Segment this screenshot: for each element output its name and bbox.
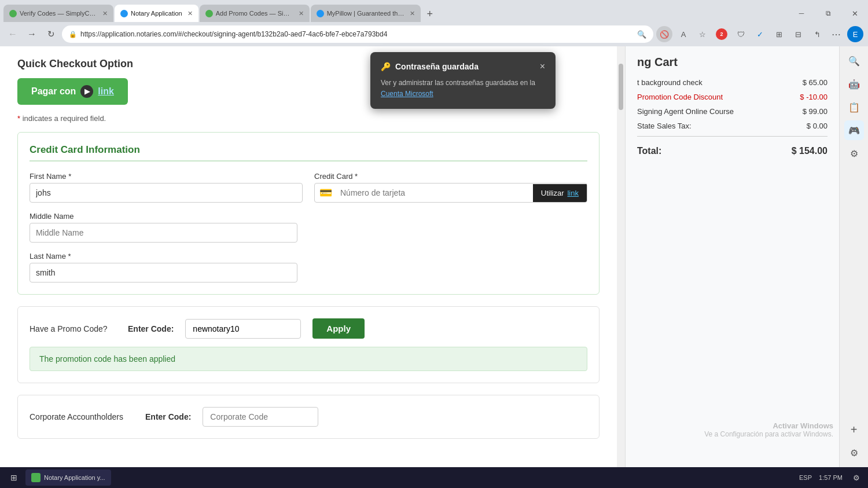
sidebar-games-icon[interactable]: 🎮 xyxy=(844,120,864,140)
tab4-favicon xyxy=(317,10,324,17)
corporate-row: Corporate Accountholders Enter Code: xyxy=(30,407,587,427)
sidebar-collections-icon[interactable]: 📋 xyxy=(844,97,864,117)
sidebar-copilot-icon[interactable]: 🤖 xyxy=(844,74,864,94)
tab4-label: MyPillow | Guaranteed the Mos... xyxy=(327,10,404,17)
asterisk: * xyxy=(17,114,20,123)
cc-section-title: Credit Card Information xyxy=(30,144,587,162)
cart-item-2: Promotion Code Discount $ -10.00 xyxy=(637,93,827,101)
more-btn[interactable]: ⋯ xyxy=(828,26,844,42)
utilizar-label: Utilizar xyxy=(541,189,564,197)
history-btn[interactable]: ↰ xyxy=(809,26,825,42)
restore-button[interactable]: ⧉ xyxy=(815,5,841,22)
middle-name-label: Middle Name xyxy=(30,212,587,221)
middle-name-input[interactable] xyxy=(30,223,297,243)
cart-items: t background check $ 65.00 Promotion Cod… xyxy=(637,78,827,130)
new-tab-button[interactable]: + xyxy=(422,6,438,22)
split-btn[interactable]: 🚫 xyxy=(656,26,672,42)
sidebar-search-icon[interactable]: 🔍 xyxy=(844,51,864,71)
back-button[interactable]: ← xyxy=(5,26,21,42)
utilizar-button[interactable]: Utilizar link xyxy=(533,184,587,202)
extension-btn1[interactable]: 2 xyxy=(713,26,730,42)
cc-number-input[interactable] xyxy=(337,184,533,202)
sidebar-add-icon[interactable]: + xyxy=(844,420,864,439)
tab3-favicon xyxy=(205,10,213,17)
tab3-label: Add Promo Codes — SimplyCol... xyxy=(216,10,293,17)
tab-4[interactable]: MyPillow | Guaranteed the Mos... ✕ xyxy=(311,5,421,22)
tab2-close[interactable]: ✕ xyxy=(187,10,193,17)
credit-card-label: Credit Card * xyxy=(314,172,587,181)
address-box[interactable]: 🔒 https://application.notaries.com/#/che… xyxy=(62,25,653,43)
popup-close-btn[interactable]: × xyxy=(540,61,545,72)
sidebar-toggle-btn[interactable]: ⊟ xyxy=(790,26,806,42)
cart-item-4-amount: $ 0.00 xyxy=(807,122,827,130)
sidebar-tools-icon[interactable]: ⚙ xyxy=(844,144,864,163)
cart-total-label: Total: xyxy=(637,146,661,156)
apply-button[interactable]: Apply xyxy=(312,318,365,339)
cart-item-1-label: t background check xyxy=(637,78,703,87)
main-content-area: Quick Checkout Option Pagar con ▶ link *… xyxy=(0,46,868,467)
taskbar-app-icon xyxy=(31,473,41,482)
shield-btn[interactable]: 🛡 xyxy=(733,26,749,42)
tab4-close[interactable]: ✕ xyxy=(410,10,415,17)
tab-bar: Verify Codes — SimplyCodes ✕ Notary Appl… xyxy=(0,0,868,22)
first-name-input[interactable] xyxy=(30,183,303,203)
edge-btn[interactable]: ✓ xyxy=(752,26,768,42)
password-popup: 🔑 Contraseña guardada × Ver y administra… xyxy=(370,52,556,109)
pagar-link-text: link xyxy=(98,86,114,97)
cart-item-2-label: Promotion Code Discount xyxy=(637,93,723,101)
tab1-label: Verify Codes — SimplyCodes xyxy=(20,10,97,17)
taskbar-right: ESP 1:57 PM ⚙ xyxy=(799,471,863,485)
browser-chrome: Verify Codes — SimplyCodes ✕ Notary Appl… xyxy=(0,0,868,46)
cart-panel: ng Cart t background check $ 65.00 Promo… xyxy=(625,46,839,467)
popup-body-text: Ver y administrar las contraseñas guarda… xyxy=(381,79,535,87)
taskbar-left: ⊞ Notary Application y... xyxy=(5,468,111,487)
cart-item-3-label: Signing Agent Online Course xyxy=(637,107,734,116)
cc-row-3: Last Name * xyxy=(30,252,587,282)
scrollbar-track[interactable] xyxy=(617,46,625,467)
sidebar-settings-icon[interactable]: ⚙ xyxy=(844,443,864,463)
taskbar-settings-icon[interactable]: ⚙ xyxy=(849,471,863,485)
read-aloud-btn[interactable]: A xyxy=(675,26,692,42)
cc-input-wrapper: 💳 Utilizar link xyxy=(314,183,587,203)
cc-row-1: First Name * Credit Card * 💳 Utilizar li… xyxy=(30,172,587,203)
popup-title-text: Contraseña guardada xyxy=(395,62,479,71)
promo-section: Have a Promo Code? Enter Code: Apply The… xyxy=(17,306,599,383)
promo-question-label: Have a Promo Code? xyxy=(30,324,116,333)
tab-2[interactable]: Notary Application ✕ xyxy=(115,5,198,22)
credit-card-group: Credit Card * 💳 Utilizar link xyxy=(314,172,587,203)
first-name-label: First Name * xyxy=(30,172,303,181)
promo-code-input[interactable] xyxy=(185,319,301,339)
corporate-enter-code-label: Enter Code: xyxy=(145,412,191,421)
pagar-arrow-icon: ▶ xyxy=(80,85,93,98)
taskbar-grid-btn[interactable]: ⊞ xyxy=(5,468,23,487)
cart-item-3: Signing Agent Online Course $ 99.00 xyxy=(637,107,827,116)
pagar-button[interactable]: Pagar con ▶ link xyxy=(17,78,128,105)
cart-total-amount: $ 154.00 xyxy=(792,146,827,156)
tab-1[interactable]: Verify Codes — SimplyCodes ✕ xyxy=(3,5,113,22)
minimize-button[interactable]: ─ xyxy=(788,5,815,22)
cart-divider xyxy=(637,136,827,137)
utilizar-link: link xyxy=(567,189,579,197)
refresh-button[interactable]: ↻ xyxy=(43,26,59,42)
favorites-btn[interactable]: ☆ xyxy=(694,26,711,42)
scrollbar-thumb[interactable] xyxy=(619,64,623,110)
edge-profile[interactable]: E xyxy=(847,26,863,42)
last-name-input[interactable] xyxy=(30,263,297,282)
collections-btn[interactable]: ⊞ xyxy=(771,26,787,42)
pagar-label: Pagar con xyxy=(31,86,76,97)
last-name-label: Last Name * xyxy=(30,252,587,260)
taskbar-app-item[interactable]: Notary Application y... xyxy=(25,469,111,486)
tab1-close[interactable]: ✕ xyxy=(102,10,108,17)
corporate-section: Corporate Accountholders Enter Code: xyxy=(17,395,599,439)
forward-button[interactable]: → xyxy=(24,26,40,42)
corporate-code-input[interactable] xyxy=(203,407,318,427)
corporate-label: Corporate Accountholders xyxy=(30,412,134,421)
tab-3[interactable]: Add Promo Codes — SimplyCol... ✕ xyxy=(200,5,310,22)
cart-title: ng Cart xyxy=(637,56,827,69)
popup-microsoft-link[interactable]: Cuenta Microsoft xyxy=(381,90,433,98)
first-name-group: First Name * xyxy=(30,172,303,203)
tab3-close[interactable]: ✕ xyxy=(299,10,304,17)
popup-key-icon: 🔑 xyxy=(381,62,391,71)
taskbar-language: ESP xyxy=(799,474,812,481)
close-window-button[interactable]: ✕ xyxy=(841,5,868,22)
